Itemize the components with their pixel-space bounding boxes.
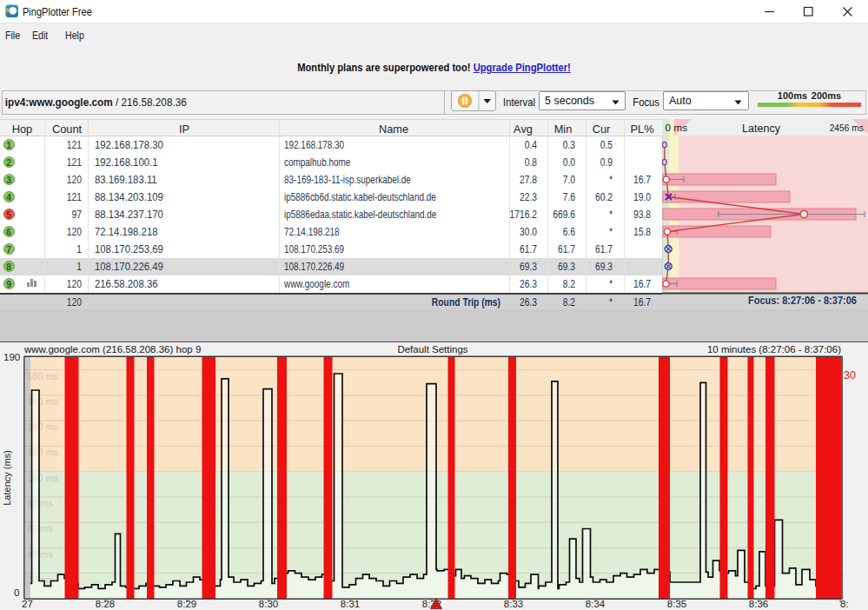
svg-text:10 minutes (8:27:06 - 8:37:06): 10 minutes (8:27:06 - 8:37:06) [707,344,841,355]
svg-text:Latency (ms): Latency (ms) [2,450,12,506]
svg-text:27: 27 [22,599,33,609]
svg-text:40 ms: 40 ms [27,549,53,560]
svg-text:80 ms: 80 ms [27,498,53,508]
svg-text:Default Settings: Default Settings [397,344,467,355]
svg-text:190: 190 [3,352,20,362]
svg-text:0: 0 [14,587,19,598]
svg-text:www.google.com (216.58.208.36): www.google.com (216.58.208.36) hop 9 [23,344,201,355]
svg-text:8:29: 8:29 [177,599,196,609]
svg-text:8:: 8: [840,599,849,609]
svg-text:8:33: 8:33 [504,599,523,609]
svg-text:60 ms: 60 ms [27,523,53,534]
svg-text:Focus: 8:27:06 - 8:37:06: Focus: 8:27:06 - 8:37:06 [748,295,857,306]
svg-text:180 ms: 180 ms [27,371,59,381]
svg-text:8:30: 8:30 [259,599,278,609]
svg-text:8:28: 8:28 [96,599,115,609]
svg-text:30: 30 [844,369,856,381]
svg-text:8:35: 8:35 [667,599,686,609]
svg-text:8:36: 8:36 [749,599,768,609]
svg-text:2456 ms: 2456 ms [830,122,865,133]
svg-text:0 ms: 0 ms [666,122,688,134]
svg-text:8:34: 8:34 [586,599,606,609]
svg-text:8:31: 8:31 [341,599,360,609]
svg-text:Latency: Latency [742,123,781,135]
